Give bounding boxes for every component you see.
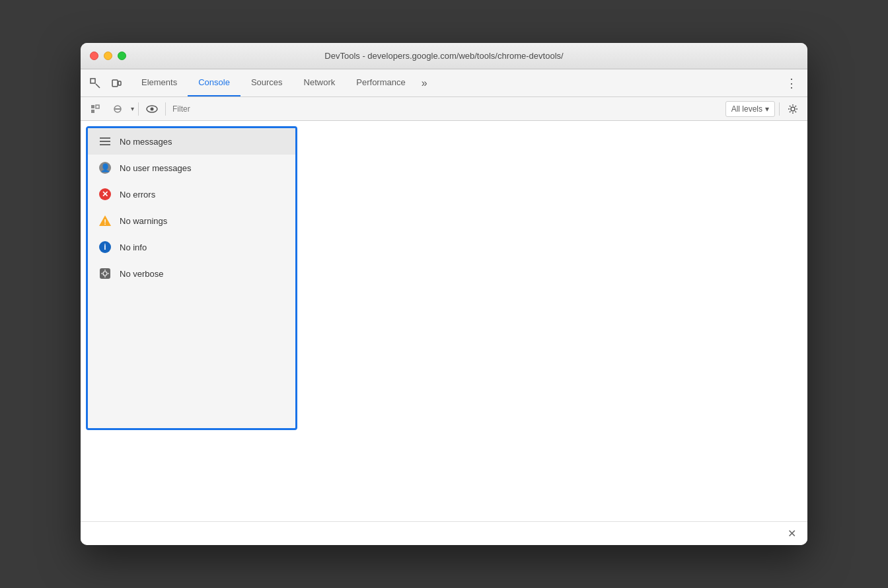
- eye-icon[interactable]: [143, 100, 161, 118]
- another-icon[interactable]: [108, 100, 127, 118]
- svg-text:!: !: [104, 218, 106, 226]
- svg-rect-3: [91, 105, 94, 108]
- list-lines-icon: [98, 135, 112, 148]
- toolbar-separator-3: [779, 102, 780, 116]
- svg-point-9: [151, 107, 154, 110]
- tab-console[interactable]: Console: [188, 69, 240, 96]
- filter-input[interactable]: [170, 101, 722, 117]
- verbose-gear-icon: [98, 267, 112, 280]
- bottom-bar: ✕: [81, 521, 807, 545]
- main-content: No messages 👤 No user messages ✕ No erro…: [81, 121, 807, 521]
- tab-network[interactable]: Network: [293, 69, 346, 96]
- no-messages-item[interactable]: No messages: [88, 128, 295, 155]
- devtools-toolbar-icons: [86, 74, 126, 92]
- svg-rect-5: [96, 105, 99, 108]
- console-toolbar: ▾ All levels ▾: [81, 97, 807, 121]
- levels-dropdown-arrow-icon: ▾: [765, 104, 769, 114]
- log-level-dropdown-panel: No messages 👤 No user messages ✕ No erro…: [86, 126, 297, 430]
- maximize-button[interactable]: [118, 52, 126, 60]
- error-circle-icon: ✕: [98, 188, 112, 201]
- titlebar: DevTools - developers.google.com/web/too…: [81, 43, 807, 69]
- no-errors-item[interactable]: ✕ No errors: [88, 181, 295, 207]
- toolbar-separator: [138, 102, 139, 116]
- tab-performance[interactable]: Performance: [346, 69, 416, 96]
- svg-rect-7: [114, 108, 121, 110]
- close-panel-icon[interactable]: ✕: [784, 526, 799, 542]
- devtools-menu-icon[interactable]: ⋮: [781, 73, 802, 94]
- levels-dropdown[interactable]: All levels ▾: [725, 101, 775, 117]
- info-circle-icon: i: [98, 240, 112, 254]
- close-button[interactable]: [90, 52, 98, 60]
- dropdown-arrow-icon[interactable]: ▾: [131, 105, 134, 112]
- svg-rect-2: [118, 81, 121, 85]
- devtools-window: DevTools - developers.google.com/web/too…: [81, 43, 807, 545]
- tab-list: Elements Console Sources Network Perform…: [131, 69, 433, 96]
- tab-sources[interactable]: Sources: [240, 69, 293, 96]
- more-tabs-button[interactable]: »: [416, 69, 433, 96]
- no-verbose-item[interactable]: No verbose: [88, 260, 295, 287]
- clear-console-icon[interactable]: [86, 100, 104, 118]
- device-toolbar-icon[interactable]: [107, 74, 126, 92]
- window-title: DevTools - developers.google.com/web/too…: [324, 51, 563, 61]
- no-info-item[interactable]: i No info: [88, 234, 295, 260]
- warning-triangle-icon: !: [98, 214, 112, 227]
- traffic-lights: [90, 52, 126, 60]
- svg-rect-4: [91, 110, 94, 113]
- svg-rect-1: [112, 80, 118, 87]
- svg-rect-0: [91, 79, 95, 83]
- no-user-messages-item[interactable]: 👤 No user messages: [88, 155, 295, 181]
- svg-point-10: [791, 107, 795, 111]
- toolbar-separator-2: [165, 102, 166, 116]
- inspect-element-icon[interactable]: [86, 74, 104, 92]
- minimize-button[interactable]: [104, 52, 112, 60]
- tab-elements[interactable]: Elements: [131, 69, 188, 96]
- tabbar: Elements Console Sources Network Perform…: [81, 69, 807, 97]
- settings-gear-icon[interactable]: [784, 100, 802, 118]
- no-warnings-item[interactable]: ! No warnings: [88, 207, 295, 234]
- user-circle-icon: 👤: [98, 161, 112, 174]
